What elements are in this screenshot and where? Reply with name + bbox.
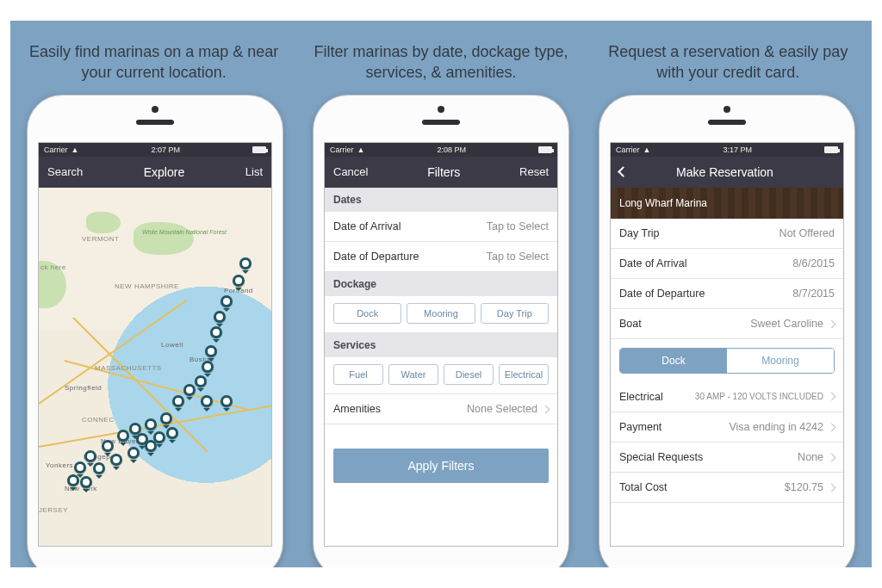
map-pin[interactable] [205, 345, 217, 357]
screen-reservation: Carrier ▲ 3:17 PM Make Reservation Long … [610, 142, 844, 547]
map-pin[interactable] [166, 427, 178, 439]
carrier-label: Carrier [330, 145, 354, 154]
screen-explore: Carrier ▲ 2:07 PM Search Explore List [38, 142, 272, 547]
map-label-jersey: JERSEY [39, 506, 68, 514]
row-value: 8/7/2015 [792, 288, 835, 300]
nav-bar: Search Explore List [39, 157, 271, 188]
status-bar: Carrier ▲ 2:08 PM [325, 143, 557, 157]
section-header-dockage: Dockage [325, 272, 557, 296]
row-amenities[interactable]: Amenities None Selected [325, 394, 557, 424]
map-pin[interactable] [93, 462, 105, 474]
chip-dock[interactable]: Dock [333, 303, 401, 324]
map-pin[interactable] [172, 395, 184, 407]
map-pin[interactable] [233, 275, 245, 287]
screen-filters: Carrier ▲ 2:08 PM Cancel Filters Reset D… [324, 142, 558, 547]
map-pin[interactable] [80, 476, 92, 488]
row-arrival[interactable]: Date of Arrival 8/6/2015 [611, 249, 843, 279]
search-button[interactable]: Search [47, 165, 83, 178]
map-label-vermont: VERMONT [82, 235, 120, 243]
map-pin[interactable] [160, 412, 172, 424]
back-button[interactable] [619, 165, 627, 178]
page-title: Filters [427, 165, 460, 179]
map-label-ct: CONNEC [82, 416, 115, 424]
battery-icon [538, 146, 552, 153]
row-label: Electrical [619, 391, 663, 403]
map-pin[interactable] [195, 375, 207, 387]
page-title: Make Reservation [676, 165, 773, 179]
wifi-icon: ▲ [357, 145, 365, 154]
row-total-cost[interactable]: Total Cost $120.75 [611, 473, 843, 503]
nav-bar: Make Reservation [611, 157, 843, 188]
chevron-left-icon [618, 166, 629, 177]
reset-button[interactable]: Reset [519, 165, 549, 178]
cancel-button[interactable]: Cancel [333, 165, 368, 178]
map-pin[interactable] [145, 440, 157, 452]
map-pin[interactable] [102, 440, 114, 452]
segment-dock[interactable]: Dock [620, 349, 727, 373]
map-pin[interactable] [183, 384, 196, 396]
map-pin[interactable] [202, 361, 214, 373]
row-date-arrival[interactable]: Date of Arrival Tap to Select [325, 212, 557, 242]
map-label-ma: MASSACHUSETTS [95, 364, 162, 372]
row-date-departure[interactable]: Date of Departure Tap to Select [325, 242, 557, 272]
row-label: Payment [619, 421, 662, 433]
filters-form: Dates Date of Arrival Tap to Select Date… [325, 188, 557, 546]
caption-1: Easily find marinas on a map & near your… [25, 41, 283, 84]
row-label: Date of Departure [619, 288, 705, 300]
row-value: $120.75 [785, 481, 835, 493]
chip-electrical[interactable]: Electrical [499, 364, 549, 385]
status-bar: Carrier ▲ 2:07 PM [39, 143, 271, 157]
captions-row: Easily find marinas on a map & near your… [10, 21, 872, 84]
section-header-dates: Dates [325, 188, 557, 212]
chip-diesel[interactable]: Diesel [444, 364, 494, 385]
clock-label: 3:17 PM [723, 145, 752, 154]
row-payment[interactable]: Payment Visa ending in 4242 [611, 412, 843, 443]
segment-mooring[interactable]: Mooring [727, 349, 834, 373]
chip-mooring[interactable]: Mooring [407, 303, 475, 324]
row-value: 8/6/2015 [792, 257, 835, 269]
phone-explore: Carrier ▲ 2:07 PM Search Explore List [28, 96, 283, 567]
map-pin[interactable] [214, 311, 226, 323]
map-pin[interactable] [110, 454, 122, 466]
map-pin[interactable] [84, 450, 96, 462]
row-electrical[interactable]: Electrical 30 AMP - 120 VOLTS INCLUDED [611, 382, 843, 412]
row-label: Total Cost [619, 481, 668, 493]
row-value: Not Offered [780, 227, 835, 239]
phone-filters: Carrier ▲ 2:08 PM Cancel Filters Reset D… [314, 96, 568, 567]
map-pin[interactable] [145, 418, 157, 430]
map-pin[interactable] [127, 447, 140, 459]
row-label: Day Trip [619, 227, 660, 239]
chevron-right-icon [542, 405, 550, 413]
map-view[interactable]: VERMONT White Mountain National Forest N… [39, 188, 271, 546]
row-label: Boat [619, 318, 642, 330]
map-label-park: White Mountain National Forest [142, 229, 227, 235]
section-header-services: Services [325, 333, 557, 357]
map-city-lowell: Lowell [161, 341, 183, 349]
row-value: Sweet Caroline [750, 318, 835, 330]
map-pin[interactable] [117, 430, 129, 442]
row-label: Date of Arrival [333, 220, 401, 232]
row-departure[interactable]: Date of Departure 8/7/2015 [611, 279, 843, 309]
row-special-requests[interactable]: Special Requests None [611, 443, 843, 473]
map-pin[interactable] [67, 474, 79, 486]
page-title: Explore [144, 165, 184, 179]
map-pin[interactable] [201, 395, 213, 407]
row-boat[interactable]: Boat Sweet Caroline [611, 309, 843, 339]
map-pin[interactable] [210, 326, 222, 338]
map-pin[interactable] [239, 257, 252, 269]
phone-reservation: Carrier ▲ 3:17 PM Make Reservation Long … [599, 96, 854, 567]
map-pin[interactable] [220, 295, 233, 307]
map-pin[interactable] [220, 395, 233, 407]
chip-daytrip[interactable]: Day Trip [481, 303, 549, 324]
park-blob [86, 212, 121, 233]
list-button[interactable]: List [245, 165, 263, 178]
apply-filters-button[interactable]: Apply Filters [333, 449, 549, 483]
chevron-right-icon [828, 423, 836, 431]
chip-fuel[interactable]: Fuel [333, 364, 383, 385]
map-city-springfield: Springfield [65, 384, 102, 392]
chip-water[interactable]: Water [388, 364, 438, 385]
row-value: None Selected [467, 403, 549, 415]
caption-3: Request a reservation & easily pay with … [599, 41, 857, 84]
map-pin[interactable] [74, 461, 86, 473]
row-label: Amenities [333, 403, 381, 415]
